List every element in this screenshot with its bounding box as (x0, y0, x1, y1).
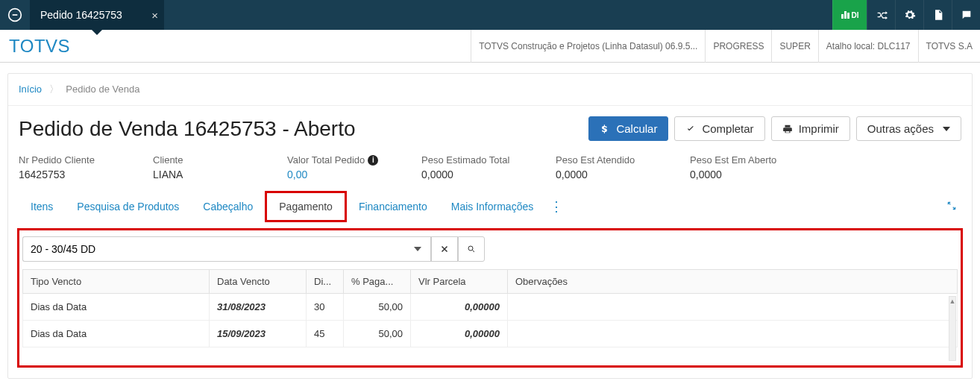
col-header-data[interactable]: Data Vencto (210, 270, 307, 294)
shuffle-icon[interactable] (867, 0, 895, 30)
cell-pct: 50,00 (344, 294, 411, 321)
summary-value: LIANA (153, 169, 257, 180)
payment-section-highlight: Tipo Vencto Data Vencto Di... % Paga... … (17, 228, 963, 368)
printer-icon (782, 124, 793, 134)
brand-bar: TOTVS TOTVS Construção e Projetos (Linha… (0, 30, 980, 63)
context-crumbs: TOTVS Construção e Projetos (Linha Datas… (471, 30, 980, 63)
cell-di: 30 (307, 294, 344, 321)
cell-vlr: 0,00000 (411, 321, 508, 347)
gear-icon[interactable] (895, 0, 923, 30)
context-segment[interactable]: SUPER (771, 30, 817, 63)
col-header-pct[interactable]: % Paga... (344, 270, 411, 294)
window-tab-title: Pedido 16425753 (40, 9, 122, 21)
tab-pesquisa[interactable]: Pesquisa de Produtos (65, 193, 191, 220)
summary-value-link[interactable]: 0,00 (287, 169, 392, 180)
payment-condition-input[interactable] (22, 236, 404, 262)
summary-row: Nr Pedido Cliente 16425753 Cliente LIANA… (8, 148, 972, 191)
summary-label: Peso Estimado Total (421, 154, 526, 166)
col-header-obs[interactable]: Obervações (508, 270, 958, 294)
svg-rect-1 (13, 14, 18, 16)
summary-value: 0,0000 (421, 169, 526, 180)
breadcrumb-home[interactable]: Início (19, 84, 42, 95)
scroll-up-icon[interactable]: ▲ (949, 297, 955, 306)
app-logo-icon[interactable] (0, 0, 30, 30)
cell-tipo: Dias da Data (23, 294, 210, 321)
outras-acoes-button[interactable]: Outras ações (856, 116, 961, 141)
search-icon (467, 245, 476, 254)
cell-vlr: 0,00000 (411, 294, 508, 321)
context-segment[interactable]: TOTVS S.A (918, 30, 980, 63)
completar-button[interactable]: Completar (674, 116, 764, 141)
chat-icon[interactable] (952, 0, 980, 30)
caret-down-icon (943, 127, 950, 131)
cell-di: 45 (307, 321, 344, 347)
summary-value: 0,0000 (556, 169, 660, 180)
page-title: Pedido de Venda 16425753 - Aberto (19, 117, 588, 141)
more-options-icon[interactable]: ⋮ (545, 192, 568, 221)
summary-value: 16425753 (19, 169, 123, 180)
summary-value: 0,0000 (690, 169, 794, 180)
table-scrollbar[interactable]: ▲ (949, 296, 956, 361)
caret-down-icon (414, 247, 421, 251)
tab-cabecalho[interactable]: Cabeçalho (191, 193, 265, 220)
tab-financiamento[interactable]: Financiamento (347, 193, 439, 220)
close-tab-icon[interactable]: × (151, 9, 158, 22)
search-button[interactable] (458, 236, 485, 262)
dropdown-toggle[interactable] (404, 236, 431, 262)
breadcrumb-current: Pedido de Venda (66, 84, 139, 95)
cell-data: 15/09/2023 (210, 321, 307, 347)
calcular-button[interactable]: Calcular (588, 116, 668, 141)
summary-label: Valor Total Pedido i (287, 154, 392, 166)
svg-point-2 (468, 246, 473, 251)
breadcrumb-sep: 〉 (49, 84, 59, 95)
col-header-tipo[interactable]: Tipo Vencto (23, 270, 210, 294)
breadcrumb: Início 〉 Pedido de Venda (8, 74, 972, 106)
col-header-vlr[interactable]: Vlr Parcela (411, 270, 508, 294)
cell-data: 31/08/2023 (210, 294, 307, 321)
summary-label: Peso Est Em Aberto (690, 154, 794, 166)
payment-condition-picker (22, 236, 485, 262)
context-segment[interactable]: PROGRESS (705, 30, 771, 63)
tab-pagamento[interactable]: Pagamento (265, 191, 347, 222)
dollar-icon (600, 124, 610, 134)
table-row[interactable]: Dias da Data 15/09/2023 45 50,00 0,00000 (23, 321, 958, 347)
brand-logo-text: TOTVS (9, 36, 70, 57)
clear-button[interactable] (431, 236, 458, 262)
tab-itens[interactable]: Itens (19, 193, 65, 220)
expand-icon[interactable] (942, 196, 961, 218)
imprimir-button[interactable]: Imprimir (771, 116, 850, 141)
di-status-button[interactable]: DI (832, 0, 867, 30)
context-segment[interactable]: Atalho local: DLC117 (818, 30, 918, 63)
summary-label: Cliente (153, 154, 257, 166)
document-icon[interactable] (923, 0, 952, 30)
summary-label: Peso Est Atendido (556, 154, 660, 166)
cell-pct: 50,00 (344, 321, 411, 347)
installments-table: Tipo Vencto Data Vencto Di... % Paga... … (22, 269, 958, 362)
window-tab[interactable]: Pedido 16425753 × (30, 0, 164, 30)
x-icon (440, 245, 449, 254)
cell-obs (508, 294, 958, 321)
main-panel: Início 〉 Pedido de Venda Pedido de Venda… (7, 73, 973, 379)
app-topbar: Pedido 16425753 × DI (0, 0, 980, 30)
table-row-empty (23, 347, 958, 363)
summary-label: Nr Pedido Cliente (19, 154, 123, 166)
col-header-di[interactable]: Di... (307, 270, 344, 294)
info-icon[interactable]: i (368, 155, 378, 166)
cell-tipo: Dias da Data (23, 321, 210, 347)
table-row[interactable]: Dias da Data 31/08/2023 30 50,00 0,00000 (23, 294, 958, 321)
cell-obs (508, 321, 958, 347)
context-segment[interactable]: TOTVS Construção e Projetos (Linha Datas… (471, 30, 705, 63)
tab-bar: Itens Pesquisa de Produtos Cabeçalho Pag… (8, 191, 972, 222)
tab-mais-info[interactable]: Mais Informações (439, 193, 545, 220)
check-icon (685, 124, 696, 134)
